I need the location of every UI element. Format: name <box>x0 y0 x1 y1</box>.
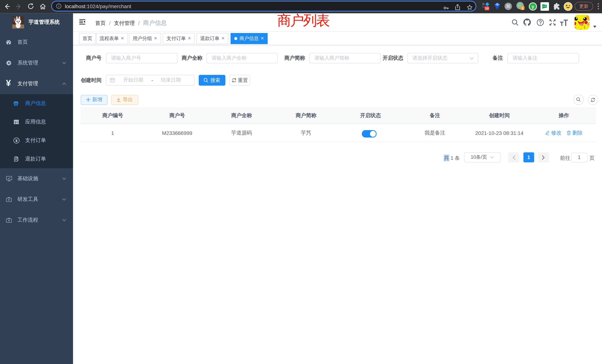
svg-text:⌘: ⌘ <box>506 4 511 9</box>
svg-text:10: 10 <box>485 7 489 10</box>
svg-text:1: 1 <box>522 7 523 10</box>
svg-text:y: y <box>532 4 534 9</box>
